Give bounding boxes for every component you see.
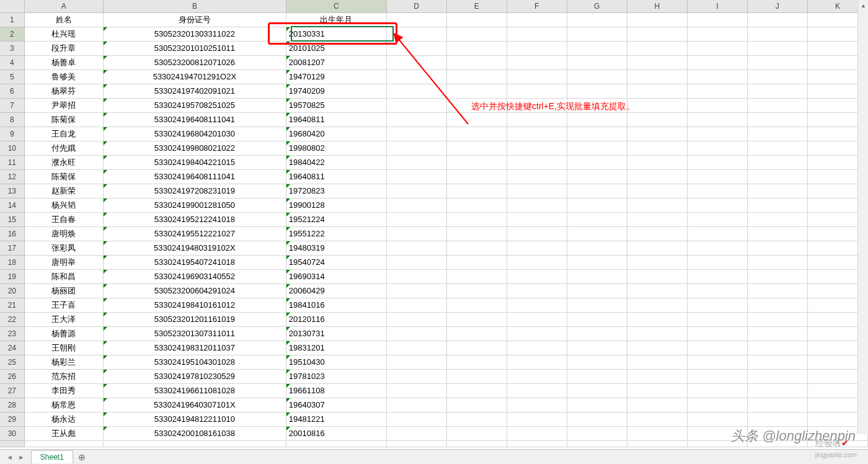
cell[interactable] [627, 141, 687, 155]
cell[interactable]: 杨永达 [24, 412, 103, 426]
cell[interactable] [567, 255, 627, 269]
cell[interactable] [747, 255, 807, 269]
cell[interactable]: 杜兴瑶 [24, 27, 103, 41]
cell[interactable]: 19831201 [286, 341, 386, 355]
tab-nav-next-icon[interactable]: ► [17, 453, 26, 461]
cell[interactable] [567, 169, 627, 184]
cell[interactable] [386, 326, 446, 341]
cell[interactable] [747, 169, 807, 184]
cell[interactable] [446, 326, 507, 341]
cell[interactable] [507, 27, 567, 41]
cell[interactable] [567, 141, 627, 155]
cell[interactable] [687, 269, 747, 283]
cell[interactable] [446, 398, 507, 412]
cell[interactable] [567, 412, 627, 426]
cell[interactable] [687, 341, 747, 355]
cell[interactable] [627, 27, 687, 41]
cell[interactable] [687, 155, 747, 169]
cell[interactable] [103, 440, 286, 447]
cell[interactable] [446, 155, 507, 169]
row-header-13[interactable]: 13 [0, 184, 24, 198]
row-header-10[interactable]: 10 [0, 141, 24, 155]
row-header-18[interactable]: 18 [0, 255, 24, 269]
cell[interactable]: 唐明焕 [24, 226, 103, 241]
cell[interactable] [627, 426, 687, 440]
cell[interactable] [747, 141, 807, 155]
row-header-21[interactable]: 21 [0, 298, 24, 312]
cell[interactable] [507, 112, 567, 127]
cell[interactable]: 姓名 [24, 12, 103, 27]
cell[interactable]: 533024197402091021 [103, 84, 286, 98]
cell[interactable] [627, 55, 687, 69]
cell[interactable]: 19470129 [286, 69, 386, 84]
cell[interactable] [687, 283, 747, 298]
cell[interactable] [747, 84, 807, 98]
cell[interactable] [446, 426, 507, 440]
cell[interactable] [386, 369, 446, 383]
cell[interactable] [747, 55, 807, 69]
vertical-scrollbar[interactable]: ▴ [857, 0, 868, 434]
cell[interactable] [446, 312, 507, 326]
cell[interactable] [687, 141, 747, 155]
cell[interactable] [627, 369, 687, 383]
cell[interactable]: 533024197208231019 [103, 184, 286, 198]
cell[interactable]: 19841016 [286, 298, 386, 312]
cell[interactable] [627, 127, 687, 141]
row-header-31[interactable] [0, 440, 24, 447]
cell[interactable]: 533024196903140552 [103, 269, 286, 283]
cell[interactable] [627, 198, 687, 212]
cell[interactable] [567, 383, 627, 398]
cell[interactable] [687, 169, 747, 184]
cell[interactable]: 533024200108161038 [103, 426, 286, 440]
row-header-8[interactable]: 8 [0, 112, 24, 127]
col-header-F[interactable]: F [507, 0, 567, 12]
cell[interactable] [687, 226, 747, 241]
col-header-G[interactable]: G [567, 0, 627, 12]
cell[interactable] [747, 326, 807, 341]
cell[interactable] [627, 326, 687, 341]
cell[interactable] [386, 298, 446, 312]
cell[interactable]: 53302419640307101X [103, 398, 286, 412]
cell[interactable] [627, 298, 687, 312]
cell[interactable]: 19640307 [286, 398, 386, 412]
cell[interactable] [687, 255, 747, 269]
cell[interactable]: 杨常恩 [24, 398, 103, 412]
cell[interactable]: 20130331 [286, 27, 386, 41]
cell[interactable]: 19570825 [286, 98, 386, 112]
cell[interactable] [446, 269, 507, 283]
row-header-2[interactable]: 2 [0, 27, 24, 41]
cell[interactable] [386, 98, 446, 112]
row-header-5[interactable]: 5 [0, 69, 24, 84]
cell[interactable] [627, 241, 687, 255]
cell[interactable]: 530523201201161019 [103, 312, 286, 326]
cell[interactable] [386, 27, 446, 41]
cell[interactable]: 19640811 [286, 169, 386, 184]
cell[interactable] [687, 127, 747, 141]
cell[interactable] [627, 155, 687, 169]
cell[interactable]: 533024196408111041 [103, 112, 286, 127]
col-header-J[interactable]: J [747, 0, 807, 12]
cell[interactable] [687, 326, 747, 341]
tab-nav-prev-icon[interactable]: ◄ [5, 453, 14, 461]
cell[interactable] [747, 27, 807, 41]
cell[interactable] [507, 198, 567, 212]
cell[interactable] [627, 226, 687, 241]
cell[interactable] [507, 369, 567, 383]
cell[interactable]: 陈菊保 [24, 112, 103, 127]
cell[interactable]: 王自龙 [24, 127, 103, 141]
row-header-17[interactable]: 17 [0, 241, 24, 255]
col-header-A[interactable]: A [24, 0, 103, 12]
cell[interactable] [567, 226, 627, 241]
cell[interactable] [386, 226, 446, 241]
row-header-24[interactable]: 24 [0, 341, 24, 355]
cell[interactable] [747, 355, 807, 369]
cell[interactable] [446, 440, 507, 447]
cell[interactable]: 王大泽 [24, 312, 103, 326]
cell[interactable]: 20081207 [286, 55, 386, 69]
cell[interactable] [286, 440, 386, 447]
cell[interactable] [446, 226, 507, 241]
cell[interactable] [627, 98, 687, 112]
cell[interactable]: 陈菊保 [24, 169, 103, 184]
cell[interactable] [687, 398, 747, 412]
row-header-22[interactable]: 22 [0, 312, 24, 326]
